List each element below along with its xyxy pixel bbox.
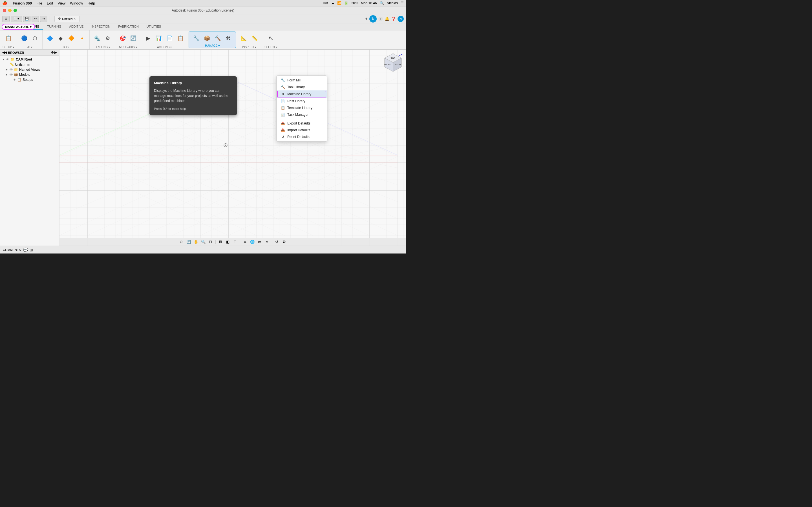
actions-btn3[interactable]: 📄 xyxy=(165,33,175,43)
expand-comments-icon[interactable]: ⊞ xyxy=(30,247,33,252)
actions-btn4[interactable]: 📋 xyxy=(175,33,186,43)
grid-icon[interactable]: ⊞ xyxy=(2,16,10,22)
select-btn1[interactable]: ↖ xyxy=(266,33,276,43)
manage-btn4[interactable]: 🛠 xyxy=(223,33,234,43)
2d-btn1[interactable]: 🔵 xyxy=(19,33,29,43)
undo-button[interactable]: ↩ xyxy=(32,16,39,22)
dropdown-form-mill[interactable]: 🔧 Form Mill xyxy=(276,77,327,83)
viewport[interactable]: TOP RIGHT FRONT Z Machine Library Displa… xyxy=(59,50,406,245)
dropdown-export-defaults[interactable]: 📤 Export Defaults xyxy=(276,120,327,127)
bell-icon[interactable]: 🔔 xyxy=(385,17,389,21)
browser-options-icon[interactable]: ⚙ xyxy=(51,51,54,54)
refresh-btn[interactable]: ↺ xyxy=(274,239,280,245)
section-analysis-btn[interactable]: ◈ xyxy=(242,239,248,245)
minimize-button[interactable] xyxy=(8,9,11,12)
3d-btn4[interactable]: 🔸 xyxy=(77,33,87,43)
tab-turning[interactable]: TURNING xyxy=(43,24,65,30)
new-tab-button[interactable]: + xyxy=(365,16,368,21)
tree-item-cam-root[interactable]: ▼ 👁 📁 CAM Root xyxy=(0,57,59,62)
ribbon-tabs: MILLING TURNING ADDITIVE INSPECTION FABR… xyxy=(0,23,406,30)
tab-fabrication[interactable]: FABRICATION xyxy=(114,24,143,30)
tree-item-models[interactable]: ▶ 👁 📦 Models xyxy=(0,72,59,77)
save-button[interactable]: 💾 xyxy=(23,16,31,22)
tooltip-title: Machine Library xyxy=(154,80,232,86)
menu-file[interactable]: File xyxy=(36,1,42,5)
move-tool-btn[interactable]: ⊕ xyxy=(178,239,185,245)
dropdown-reset-defaults[interactable]: ↺ Reset Defaults xyxy=(276,133,327,140)
2d-btn2[interactable]: ⬡ xyxy=(30,33,40,43)
machine-library-dots[interactable]: ⋯ xyxy=(319,92,323,96)
menu-window[interactable]: Window xyxy=(70,1,83,5)
tree-item-named-views[interactable]: ▶ 👁 📁 Named Views xyxy=(0,67,59,72)
viewport-center-marker xyxy=(223,143,229,149)
setup-btn[interactable]: 📋 xyxy=(3,33,13,43)
menu-view[interactable]: View xyxy=(57,1,65,5)
dropdown-tool-library[interactable]: 🔨 Tool Library xyxy=(276,83,327,91)
menu-bars-icon[interactable]: ☰ xyxy=(401,1,404,5)
menu-help[interactable]: Help xyxy=(87,1,95,5)
3d-btn1[interactable]: 🔷 xyxy=(45,33,55,43)
multiaxis-btn1[interactable]: 🎯 xyxy=(117,33,128,43)
user-avatar[interactable]: N xyxy=(398,16,404,22)
navigation-cube[interactable]: TOP RIGHT FRONT Z xyxy=(383,52,403,73)
browser-panel: ◀◀ BROWSER ⚙ ▶ ▼ 👁 📁 CAM Root xyxy=(0,50,59,245)
menu-edit[interactable]: Edit xyxy=(47,1,53,5)
help-icon[interactable]: ❓ xyxy=(391,17,396,21)
close-button[interactable] xyxy=(3,9,6,12)
tree-item-setups[interactable]: 👁 📋 Setups xyxy=(0,77,59,82)
inspect-btn1[interactable]: 📐 xyxy=(239,33,249,43)
grid-btn[interactable]: ⊞ xyxy=(232,239,238,245)
manage-btn1[interactable]: 🔧 xyxy=(191,33,201,43)
ribbon-group-setup: 📋 SETUP ▾ xyxy=(0,31,17,49)
actions-btn2[interactable]: 📊 xyxy=(154,33,164,43)
3d-label: 3D ▾ xyxy=(63,46,69,49)
tab-utilities[interactable]: UTILITIES xyxy=(143,24,165,30)
tree-item-units[interactable]: 📏 Units: mm xyxy=(0,62,59,67)
sync-button[interactable]: ↻ xyxy=(369,15,377,22)
dropdown-template-library[interactable]: 📋 Template Library xyxy=(276,105,327,111)
groundplane-btn[interactable]: ▭ xyxy=(257,239,263,245)
redo-button[interactable]: ↪ xyxy=(40,16,47,22)
pan-btn[interactable]: ✋ xyxy=(193,239,199,245)
actions-btn1[interactable]: ▶ xyxy=(143,33,153,43)
dropdown-machine-library[interactable]: ⚙ Machine Library ⋯ xyxy=(276,91,327,98)
select-label: SELECT ▾ xyxy=(264,46,278,49)
inspect-btn2[interactable]: 📏 xyxy=(250,33,260,43)
cam-root-label: CAM Root xyxy=(16,57,32,61)
maximize-button[interactable] xyxy=(13,9,17,12)
zoom-btn[interactable]: 🔍 xyxy=(200,239,206,245)
workspace-close-icon[interactable]: ✕ xyxy=(73,17,76,20)
arrow-icon[interactable]: ⬜▾ xyxy=(11,16,22,22)
shadows-btn[interactable]: ☀ xyxy=(264,239,270,245)
dropdown-import-defaults[interactable]: 📥 Import Defaults xyxy=(276,127,327,133)
svg-text:RIGHT: RIGHT xyxy=(395,64,402,66)
settings-btn[interactable]: ⚙ xyxy=(281,239,287,245)
tooltip-shortcut: Press ⌘/ for more help. xyxy=(154,107,187,110)
environment-btn[interactable]: 🌐 xyxy=(249,239,255,245)
apple-logo[interactable]: 🍎 xyxy=(2,1,7,5)
search-icon[interactable]: 🔍 xyxy=(380,1,384,5)
dropdown-post-library[interactable]: 📄 Post Library xyxy=(276,98,327,105)
dropdown-task-manager[interactable]: 📊 Task Manager xyxy=(276,111,327,118)
3d-btn3[interactable]: 🔶 xyxy=(66,33,77,43)
tool-library-icon: 🔨 xyxy=(281,85,285,89)
manage-btn2[interactable]: 📦 xyxy=(202,33,212,43)
zoom-fit-btn[interactable]: ⊡ xyxy=(207,239,214,245)
3d-btn2[interactable]: ◆ xyxy=(56,33,66,43)
tab-inspection[interactable]: INSPECTION xyxy=(87,24,114,30)
browser-collapse-icon[interactable]: ▶ xyxy=(54,51,57,54)
orbit-btn[interactable]: 🔄 xyxy=(186,239,192,245)
visual-style-btn[interactable]: ◧ xyxy=(225,239,231,245)
setups-label: Setups xyxy=(22,78,33,82)
display-mode-btn[interactable]: 🖥 xyxy=(217,239,223,245)
comments-icon[interactable]: 💬 xyxy=(23,247,28,252)
browser-back-icon[interactable]: ◀◀ xyxy=(2,51,7,54)
tab-additive[interactable]: ADDITIVE xyxy=(65,24,87,30)
workspace-tab[interactable]: ⚙ Untitled ✕ xyxy=(54,16,80,22)
multiaxis-btn2[interactable]: 🔄 xyxy=(128,33,139,43)
manage-btn3[interactable]: 🔨 xyxy=(213,33,223,43)
manage-label: MANAGE ▾ xyxy=(205,44,220,47)
manufacture-dropdown-btn[interactable]: MANUFACTURE ▾ xyxy=(2,24,35,30)
drill-btn1[interactable]: 🔩 xyxy=(92,33,102,43)
drill-btn2[interactable]: ⚙ xyxy=(103,33,113,43)
